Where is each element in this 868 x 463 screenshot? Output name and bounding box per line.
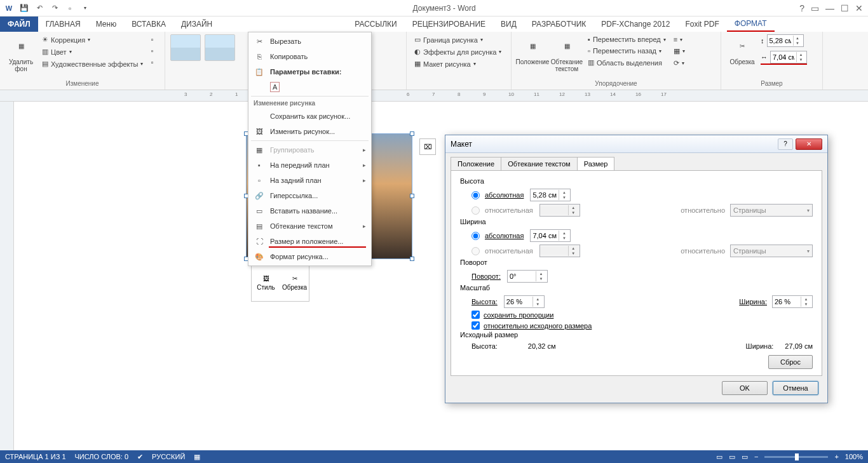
- ctx-format-picture[interactable]: 🎨Формат рисунка...: [248, 249, 371, 264]
- group-button[interactable]: ▦▾: [671, 46, 688, 57]
- horizontal-ruler[interactable]: 3 2 1 6 7 8 9 10 11 12 13 14 16 17: [0, 90, 868, 102]
- status-page[interactable]: СТРАНИЦА 1 ИЗ 1: [5, 453, 66, 460]
- help-icon[interactable]: ?: [799, 3, 804, 13]
- tab-file[interactable]: ФАЙЛ: [0, 17, 38, 32]
- dialog-close-button[interactable]: ✕: [796, 138, 822, 150]
- ctx-bring-to-front[interactable]: ▪На передний план▸: [248, 158, 371, 173]
- ctx-size-and-position[interactable]: ⛶Размер и положение...: [248, 234, 371, 249]
- ctx-copy[interactable]: ⎘Копировать: [248, 49, 371, 64]
- crop-button[interactable]: ✂Обрезка: [726, 34, 758, 67]
- reset-picture-button[interactable]: ▫: [148, 57, 156, 67]
- send-backward-button[interactable]: ▫Переместить назад▾: [585, 46, 668, 56]
- lock-aspect-checkbox[interactable]: сохранить пропорции: [460, 309, 813, 320]
- width-abs-input[interactable]: [531, 232, 559, 239]
- layout-options-button[interactable]: ⌧: [419, 138, 436, 155]
- height-abs-radio[interactable]: [471, 191, 480, 199]
- relorig-label[interactable]: относительно исходного размера: [484, 322, 592, 330]
- reset-button[interactable]: Сброс: [768, 355, 813, 369]
- picture-border-button[interactable]: ▭Граница рисунка▾: [412, 34, 506, 45]
- height-abs-label[interactable]: абсолютная: [485, 191, 524, 199]
- mini-crop-button[interactable]: ✂Обрезка: [280, 264, 309, 301]
- scale-w-input[interactable]: [773, 298, 801, 305]
- width-abs-label[interactable]: абсолютная: [485, 232, 524, 239]
- ctx-paste-options[interactable]: 📋Параметры вставки:: [248, 64, 371, 79]
- relorig-chk[interactable]: [471, 321, 480, 330]
- maximize-icon[interactable]: ☐: [841, 3, 849, 13]
- rotate-input[interactable]: [508, 272, 536, 280]
- height-abs-input[interactable]: [531, 191, 559, 199]
- rotate-spinner[interactable]: ▲▼: [507, 270, 548, 283]
- style-thumb-1[interactable]: [170, 34, 201, 61]
- ctx-hyperlink[interactable]: 🔗Гиперссылка...: [248, 188, 371, 203]
- bring-forward-button[interactable]: ▪Переместить вперед▾: [585, 34, 668, 44]
- tab-menu[interactable]: Меню: [88, 17, 124, 32]
- tab-review[interactable]: РЕЦЕНЗИРОВАНИЕ: [405, 17, 493, 32]
- ok-button[interactable]: OK: [722, 381, 768, 395]
- minimize-icon[interactable]: —: [825, 3, 834, 13]
- width-input[interactable]: [771, 53, 796, 61]
- view-print-icon[interactable]: ▭: [729, 453, 735, 461]
- view-read-icon[interactable]: ▭: [716, 453, 722, 461]
- position-button[interactable]: ▦Положение: [517, 34, 548, 67]
- tab-format[interactable]: ФОРМАТ: [727, 17, 775, 32]
- artistic-effects-button[interactable]: ▤Художественные эффекты▾: [39, 58, 146, 69]
- height-spinner[interactable]: ▲▼: [767, 34, 804, 47]
- height-input[interactable]: [768, 37, 793, 44]
- style-thumb-2[interactable]: [205, 34, 235, 61]
- remove-background-button[interactable]: ▦ Удалить фон: [5, 34, 37, 74]
- tab-pdfx[interactable]: PDF-XChange 2012: [593, 17, 677, 32]
- redo-icon[interactable]: ↷: [50, 3, 60, 13]
- ctx-insert-caption[interactable]: ▭Вставить название...: [248, 203, 371, 218]
- ctx-save-as-picture[interactable]: Сохранить как рисунок...: [248, 109, 371, 124]
- view-web-icon[interactable]: ▭: [742, 453, 748, 461]
- relative-original-checkbox[interactable]: относительно исходного размера: [460, 320, 813, 331]
- picture-effects-button[interactable]: ◐Эффекты для рисунка▾: [412, 46, 506, 57]
- dialog-titlebar[interactable]: Макет ? ✕: [445, 135, 827, 153]
- status-zoom[interactable]: 100%: [845, 453, 863, 460]
- tab-design[interactable]: ДИЗАЙН: [173, 17, 220, 32]
- tab-mailings[interactable]: РАССЫЛКИ: [347, 17, 404, 32]
- scale-w-spinner[interactable]: ▲▼: [772, 295, 813, 308]
- align-button[interactable]: ≡▾: [671, 34, 688, 44]
- vertical-ruler[interactable]: [0, 102, 14, 450]
- tab-home[interactable]: ГЛАВНАЯ: [38, 17, 88, 32]
- status-words[interactable]: ЧИСЛО СЛОВ: 0: [75, 453, 129, 460]
- zoom-in-icon[interactable]: +: [834, 453, 838, 460]
- dtab-size[interactable]: Размер: [577, 157, 615, 170]
- zoom-out-icon[interactable]: −: [754, 453, 758, 460]
- zoom-slider[interactable]: [764, 456, 828, 458]
- ctx-paste-opt-1[interactable]: A: [248, 79, 371, 95]
- macros-icon[interactable]: ▦: [194, 453, 200, 461]
- new-icon[interactable]: ▫: [65, 3, 75, 13]
- scale-h-input[interactable]: [505, 298, 532, 305]
- mini-style-button[interactable]: 🖼Стиль: [252, 264, 280, 301]
- qat-dropdown-icon[interactable]: ▾: [80, 3, 90, 13]
- tab-insert[interactable]: ВСТАВКА: [124, 17, 173, 32]
- height-abs-spinner[interactable]: ▲▼: [530, 189, 571, 201]
- compress-button[interactable]: ▫: [148, 34, 156, 44]
- picture-layout-button[interactable]: ▦Макет рисунка▾: [412, 58, 506, 69]
- corrections-button[interactable]: ☀Коррекция▾: [39, 34, 146, 45]
- width-abs-radio[interactable]: [471, 232, 480, 240]
- width-spinner[interactable]: ▲▼: [770, 51, 807, 64]
- tab-developer[interactable]: РАЗРАБОТЧИК: [524, 17, 594, 32]
- lock-chk[interactable]: [471, 311, 480, 319]
- selection-pane-button[interactable]: ▥Область выделения: [585, 57, 668, 68]
- change-picture-button[interactable]: ▫: [148, 46, 156, 56]
- scale-h-spinner[interactable]: ▲▼: [504, 295, 545, 308]
- status-lang[interactable]: РУССКИЙ: [152, 453, 185, 460]
- dialog-help-button[interactable]: ?: [778, 138, 793, 150]
- tab-view[interactable]: ВИД: [493, 17, 524, 32]
- save-icon[interactable]: 💾: [19, 3, 29, 13]
- width-abs-spinner[interactable]: ▲▼: [530, 229, 571, 242]
- color-button[interactable]: ▥Цвет▾: [39, 46, 146, 57]
- ctx-send-to-back[interactable]: ▫На задний план▸: [248, 173, 371, 188]
- close-icon[interactable]: ✕: [855, 3, 863, 13]
- ctx-wrap-text[interactable]: ▤Обтекание текстом▸: [248, 218, 371, 234]
- dtab-position[interactable]: Положение: [451, 157, 501, 170]
- lock-label[interactable]: сохранить пропорции: [484, 311, 553, 319]
- ctx-cut[interactable]: ✂Вырезать: [248, 34, 371, 49]
- dtab-wrap[interactable]: Обтекание текстом: [501, 157, 578, 170]
- cancel-button[interactable]: Отмена: [773, 381, 818, 395]
- spellcheck-icon[interactable]: ✔: [137, 453, 143, 461]
